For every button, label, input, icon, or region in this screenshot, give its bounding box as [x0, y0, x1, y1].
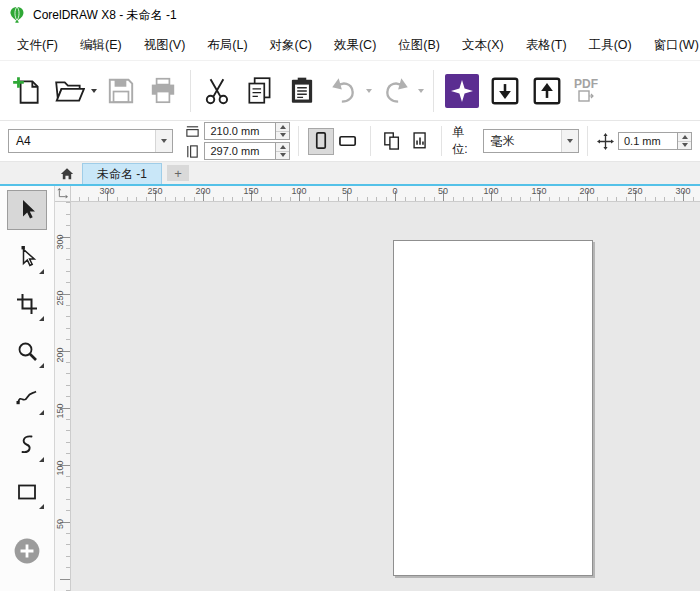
page-size-dropdown-button[interactable] — [155, 130, 172, 152]
artistic-media-tool-icon — [14, 432, 40, 458]
menu-item-table[interactable]: 表格(T) — [515, 30, 578, 60]
pick-tool-button[interactable] — [7, 190, 47, 230]
nudge-offset-icon — [596, 133, 615, 150]
undo-dropdown-arrow-icon[interactable] — [366, 89, 372, 93]
menu-item-tools[interactable]: 工具(O) — [578, 30, 643, 60]
ruler-label: 250 — [147, 186, 162, 196]
menu-item-window[interactable]: 窗口(W) — [643, 30, 700, 60]
spin-up-button[interactable] — [276, 143, 289, 152]
ruler-label: 150 — [531, 186, 546, 196]
canvas-column: 300 250 200 150 100 50 0 50 100 150 200 … — [55, 186, 700, 591]
document-tab-untitled-1[interactable]: 未命名 -1 — [82, 163, 162, 184]
ruler-label: 250 — [55, 289, 65, 307]
paste-button[interactable] — [281, 66, 323, 116]
ruler-label: 200 — [579, 186, 594, 196]
document-tab-label: 未命名 -1 — [97, 166, 147, 183]
spin-up-button[interactable] — [678, 133, 691, 142]
welcome-screen-icon — [445, 74, 479, 108]
page-width-row: 210.0 mm — [183, 122, 290, 140]
freehand-tool-button[interactable] — [7, 378, 47, 418]
page-size-value: A4 — [9, 130, 155, 152]
pdf-label: PDF — [574, 79, 598, 90]
cut-button[interactable] — [197, 66, 239, 116]
zoom-tool-button[interactable] — [7, 331, 47, 371]
zoom-tool-icon — [14, 338, 40, 364]
menu-item-object[interactable]: 对象(C) — [259, 30, 323, 60]
menu-item-edit[interactable]: 编辑(E) — [69, 30, 133, 60]
menu-item-text[interactable]: 文本(X) — [451, 30, 515, 60]
spin-up-button[interactable] — [276, 123, 289, 132]
welcome-screen-button[interactable] — [440, 66, 484, 116]
export-icon — [531, 75, 563, 107]
export-button[interactable] — [526, 66, 568, 116]
spin-down-button[interactable] — [276, 152, 289, 160]
property-bar: A4 210.0 mm 297.0 mm — [0, 120, 700, 162]
page-height-row: 297.0 mm — [183, 142, 290, 160]
page-width-icon — [183, 124, 201, 139]
flyout-arrow-icon — [39, 363, 44, 368]
menu-item-file[interactable]: 文件(F) — [6, 30, 69, 60]
import-icon — [489, 75, 521, 107]
menu-item-layout[interactable]: 布局(L) — [196, 30, 258, 60]
canvas-row: 300 250 200 150 100 50 — [55, 202, 700, 591]
spin-down-button[interactable] — [276, 132, 289, 140]
flyout-arrow-icon — [39, 316, 44, 321]
menu-item-effects[interactable]: 效果(C) — [323, 30, 387, 60]
window-title: CorelDRAW X8 - 未命名 -1 — [33, 7, 177, 24]
open-dropdown-arrow-icon[interactable] — [91, 89, 97, 93]
new-document-button[interactable] — [6, 66, 48, 116]
chevron-down-icon — [567, 139, 573, 143]
horizontal-ruler[interactable]: 300 250 200 150 100 50 0 50 100 150 200 … — [71, 186, 700, 202]
page-height-field[interactable]: 297.0 mm — [204, 142, 276, 160]
flyout-arrow-icon — [39, 457, 44, 462]
print-button[interactable] — [142, 66, 184, 116]
new-document-tab-button[interactable]: + — [167, 165, 189, 181]
add-tools-button[interactable] — [7, 531, 47, 571]
units-dropdown-button[interactable] — [561, 130, 578, 152]
redo-dropdown-arrow-icon[interactable] — [418, 89, 424, 93]
ruler-label: 50 — [342, 186, 352, 196]
drawing-canvas[interactable] — [71, 202, 700, 591]
crop-tool-button[interactable] — [7, 284, 47, 324]
toolbar-separator — [190, 70, 191, 112]
flyout-arrow-icon — [39, 504, 44, 509]
publish-pdf-button[interactable]: PDF — [568, 66, 604, 116]
page-width-stepper — [276, 122, 290, 140]
open-folder-icon — [53, 75, 85, 107]
menu-item-view[interactable]: 视图(V) — [133, 30, 197, 60]
portrait-button[interactable] — [308, 128, 333, 155]
shape-tool-button[interactable] — [7, 237, 47, 277]
open-button[interactable] — [48, 66, 90, 116]
redo-button[interactable] — [375, 66, 417, 116]
ruler-label: 300 — [675, 186, 690, 196]
home-icon — [60, 167, 74, 181]
page-size-dropdown[interactable]: A4 — [8, 129, 173, 153]
nudge-field[interactable]: 0.1 mm — [618, 132, 678, 150]
spin-down-button[interactable] — [678, 142, 691, 150]
ruler-origin-button[interactable] — [55, 186, 71, 202]
vertical-ruler[interactable]: 300 250 200 150 100 50 — [55, 202, 71, 591]
copy-button[interactable] — [239, 66, 281, 116]
undo-button[interactable] — [323, 66, 365, 116]
all-pages-button[interactable] — [380, 128, 405, 155]
toolbox — [0, 186, 55, 591]
units-dropdown[interactable]: 毫米 — [483, 129, 580, 153]
artistic-media-tool-button[interactable] — [7, 425, 47, 465]
units-label: 单位: — [452, 124, 477, 158]
menu-item-bitmaps[interactable]: 位图(B) — [387, 30, 451, 60]
landscape-button[interactable] — [336, 128, 361, 155]
ruler-label: 250 — [627, 186, 642, 196]
freehand-tool-icon — [14, 385, 40, 411]
propbar-separator — [441, 126, 442, 156]
home-tab-button[interactable] — [52, 163, 82, 184]
page-height-stepper — [276, 142, 290, 160]
current-page-button[interactable] — [407, 128, 432, 155]
rectangle-tool-button[interactable] — [7, 472, 47, 512]
pick-tool-icon — [14, 197, 40, 223]
page-width-field[interactable]: 210.0 mm — [204, 122, 276, 140]
ruler-label: 0 — [392, 186, 397, 196]
flyout-arrow-icon — [39, 410, 44, 415]
import-button[interactable] — [484, 66, 526, 116]
new-document-icon — [11, 75, 43, 107]
save-button[interactable] — [100, 66, 142, 116]
